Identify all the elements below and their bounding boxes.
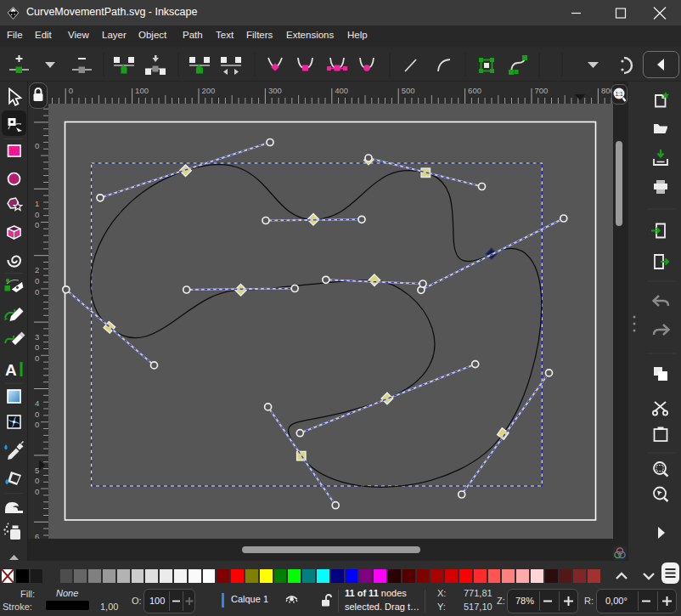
svg-text:A: A (5, 361, 17, 379)
svg-text:6: 6 (35, 532, 39, 539)
svg-text:300: 300 (268, 86, 282, 95)
svg-text:2: 2 (35, 265, 39, 274)
svg-text:4: 4 (35, 398, 39, 408)
svg-text:0: 0 (69, 86, 73, 95)
svg-text:1: 1 (35, 199, 39, 208)
svg-text:0: 0 (35, 287, 39, 297)
svg-text:0: 0 (35, 487, 39, 496)
svg-text:0: 0 (35, 220, 39, 229)
svg-text:0: 0 (35, 141, 39, 150)
svg-text:100: 100 (135, 86, 149, 95)
svg-text:500: 500 (402, 86, 415, 95)
svg-text:700: 700 (535, 86, 549, 95)
svg-text:0: 0 (35, 210, 39, 219)
svg-text:0: 0 (35, 276, 39, 285)
svg-text:0: 0 (35, 476, 39, 485)
svg-text:400: 400 (335, 86, 348, 95)
svg-text:0: 0 (35, 410, 39, 419)
svg-text:1:1: 1:1 (616, 91, 623, 97)
svg-text:600: 600 (468, 86, 481, 95)
svg-text:5: 5 (35, 466, 39, 475)
svg-text:3: 3 (35, 332, 39, 342)
svg-text:0: 0 (35, 353, 39, 363)
svg-text:0: 0 (35, 342, 39, 352)
svg-text:200: 200 (202, 86, 216, 95)
svg-text:0: 0 (35, 420, 39, 429)
